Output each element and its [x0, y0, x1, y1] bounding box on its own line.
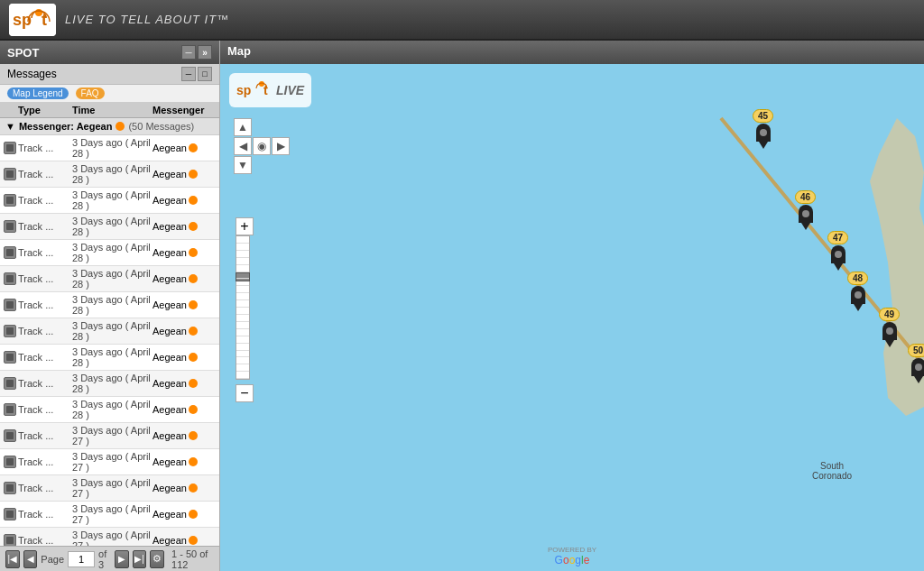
track-type: Track ...	[18, 195, 72, 206]
left-panel: SPOT ─ » Messages ─ □ Map Legend FAQ Typ…	[0, 41, 220, 571]
faq-button[interactable]: FAQ	[76, 87, 105, 99]
prev-page-button[interactable]: ◀	[23, 550, 38, 568]
track-time: 3 Days ago ( April 28 )	[72, 216, 152, 237]
map-pin-48[interactable]: 48	[847, 272, 868, 311]
map-pin-45[interactable]: 45	[753, 109, 773, 149]
track-messenger: Aegean	[152, 143, 216, 153]
table-row[interactable]: Track ... 3 Days ago ( April 28 ) Aegean	[0, 135, 219, 161]
track-time: 3 Days ago ( April 28 )	[72, 346, 152, 368]
messenger-dot	[189, 196, 198, 205]
messenger-dot	[189, 536, 198, 545]
table-row[interactable]: Track ... 3 Days ago ( April 27 ) Aegean	[0, 528, 219, 546]
track-time: 3 Days ago ( April 27 )	[72, 503, 152, 525]
track-type: Track ...	[18, 509, 72, 520]
pan-left-button[interactable]: ◀	[234, 137, 252, 155]
bottom-bar: |◀ ◀ Page of 3 ▶ ▶| ⚙ 1 - 50 of 112	[0, 546, 219, 571]
messenger-dot	[189, 300, 198, 309]
table-row[interactable]: Track ... 3 Days ago ( April 28 ) Aegean	[0, 318, 219, 345]
track-type-icon	[4, 168, 16, 180]
map-pin-49[interactable]: 49	[879, 308, 900, 347]
first-page-button[interactable]: |◀	[5, 550, 20, 568]
track-type: Track ...	[18, 169, 72, 180]
pin-46-body	[799, 205, 813, 223]
table-row[interactable]: Track ... 3 Days ago ( April 27 ) Aegean	[0, 423, 219, 449]
track-time: 3 Days ago ( April 28 )	[72, 320, 152, 342]
track-type-icon	[4, 299, 16, 311]
map-legend-button[interactable]: Map Legend	[7, 87, 69, 99]
minimize-button[interactable]: ─	[181, 45, 196, 60]
track-type: Track ...	[18, 143, 72, 153]
messenger-name: Aegean	[152, 299, 187, 310]
track-type-icon	[4, 272, 16, 285]
track-type-icon	[4, 194, 16, 207]
track-time: 3 Days ago ( April 27 )	[72, 425, 152, 447]
zoom-slider[interactable]	[236, 235, 250, 380]
messenger-name: Aegean	[152, 430, 187, 441]
legend-bar: Map Legend FAQ	[0, 85, 219, 103]
pan-up-button[interactable]: ▲	[234, 118, 252, 136]
track-messenger: Aegean	[152, 509, 216, 520]
map-pin-50[interactable]: 50	[908, 344, 924, 383]
table-row[interactable]: Track ... 3 Days ago ( April 28 ) Aegean	[0, 188, 219, 214]
messenger-name: Aegean	[152, 326, 187, 336]
pan-down-button[interactable]: ▼	[234, 156, 252, 174]
table-row[interactable]: Track ... 3 Days ago ( April 27 ) Aegean	[0, 475, 219, 502]
table-row[interactable]: Track ... 3 Days ago ( April 28 ) Aegean	[0, 240, 219, 266]
messenger-status-dot	[116, 122, 125, 131]
track-type: Track ...	[18, 535, 72, 546]
messenger-dot	[189, 457, 198, 466]
messenger-name: Aegean	[152, 378, 187, 389]
pin-49-body	[882, 322, 897, 340]
main-layout: SPOT ─ » Messages ─ □ Map Legend FAQ Typ…	[0, 41, 924, 571]
table-row[interactable]: Track ... 3 Days ago ( April 27 ) Aegean	[0, 502, 219, 528]
track-time: 3 Days ago ( April 28 )	[72, 294, 152, 316]
pan-center-button[interactable]: ◉	[253, 137, 271, 155]
messenger-dot	[189, 143, 198, 152]
col-time: Time	[72, 105, 152, 115]
panel-header-icons: ─ »	[181, 45, 212, 60]
track-messenger: Aegean	[152, 404, 216, 415]
app-tagline: LIVE TO TELL ABOUT IT™	[65, 13, 229, 26]
table-row[interactable]: Track ... 3 Days ago ( April 28 ) Aegean	[0, 397, 219, 423]
pin-48-body	[851, 286, 865, 304]
google-logo: POWERED BY Google	[548, 546, 596, 566]
track-time: 3 Days ago ( April 27 )	[72, 477, 152, 499]
track-messenger: Aegean	[152, 299, 216, 310]
messenger-dot	[189, 510, 198, 519]
zoom-out-button[interactable]: −	[236, 384, 254, 402]
google-text: Google	[555, 554, 590, 566]
expand-button[interactable]: »	[198, 45, 212, 60]
svg-text:sp: sp	[236, 83, 251, 97]
pan-right-button[interactable]: ▶	[272, 137, 290, 155]
track-type-icon	[4, 377, 16, 390]
table-row[interactable]: Track ... 3 Days ago ( April 28 ) Aegean	[0, 292, 219, 318]
table-row[interactable]: Track ... 3 Days ago ( April 28 ) Aegean	[0, 214, 219, 240]
map-canvas[interactable]: sp t LIVE ▲ ◀ ◉ ▶ ▼ +	[220, 64, 924, 571]
settings-button[interactable]: ⚙	[150, 550, 164, 568]
map-area: Map sp	[220, 41, 924, 571]
map-pin-47[interactable]: 47	[827, 231, 848, 271]
map-pin-46[interactable]: 46	[795, 190, 816, 230]
zoom-in-button[interactable]: +	[236, 217, 254, 235]
track-time: 3 Days ago ( April 28 )	[72, 137, 152, 159]
last-page-button[interactable]: ▶|	[133, 550, 147, 568]
track-messenger: Aegean	[152, 273, 216, 284]
table-row[interactable]: Track ... 3 Days ago ( April 27 ) Aegean	[0, 449, 219, 475]
track-type: Track ...	[18, 273, 72, 284]
track-messenger: Aegean	[152, 535, 216, 546]
table-row[interactable]: Track ... 3 Days ago ( April 28 ) Aegean	[0, 345, 219, 371]
table-row[interactable]: Track ... 3 Days ago ( April 28 ) Aegean	[0, 371, 219, 397]
track-type: Track ...	[18, 430, 72, 441]
track-type-icon	[4, 351, 16, 364]
msg-expand-btn[interactable]: □	[198, 67, 212, 81]
track-type: Track ...	[18, 378, 72, 389]
messenger-dot	[189, 327, 198, 336]
msg-minimize-btn[interactable]: ─	[181, 67, 196, 81]
track-time: 3 Days ago ( April 28 )	[72, 189, 152, 211]
page-input[interactable]	[68, 551, 95, 567]
table-row[interactable]: Track ... 3 Days ago ( April 28 ) Aegean	[0, 161, 219, 188]
table-row[interactable]: Track ... 3 Days ago ( April 28 ) Aegean	[0, 266, 219, 292]
next-page-button[interactable]: ▶	[115, 550, 129, 568]
messenger-dot	[189, 353, 198, 362]
messages-label: Messages	[7, 68, 57, 80]
